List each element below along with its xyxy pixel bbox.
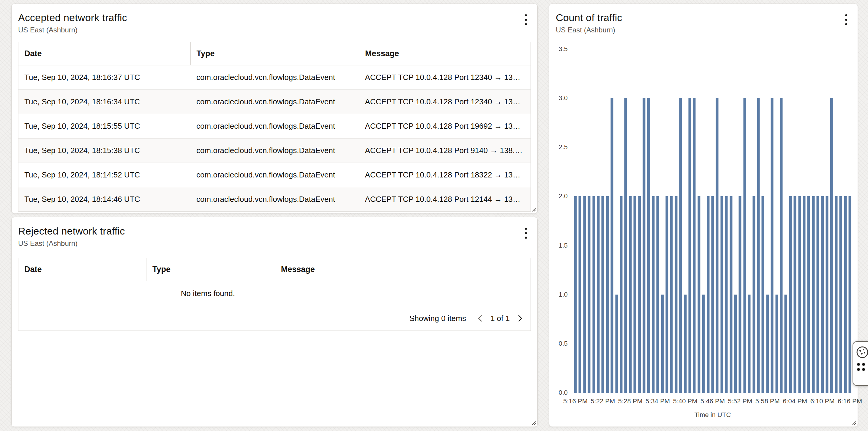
chart-x-axis-title: Time in UTC	[576, 411, 850, 419]
cell-message: ACCEPT TCP 10.0.4.128 Port 12340 → 138.…	[359, 90, 531, 114]
chart-bar	[643, 98, 646, 393]
cell-type: com.oraclecloud.vcn.flowlogs.DataEvent	[190, 65, 359, 90]
kebab-menu-button[interactable]	[519, 225, 533, 241]
page-title: Count of traffic	[556, 11, 622, 24]
cell-date: Tue, Sep 10, 2024, 18:15:55 UTC	[19, 114, 191, 139]
page-title: Rejected network traffic	[18, 225, 125, 237]
chart-bar	[693, 98, 696, 393]
chart-bar	[766, 294, 769, 393]
resize-handle[interactable]	[530, 419, 536, 425]
chart-panel-header: Count of traffic US East (Ashburn)	[549, 4, 858, 38]
table-row[interactable]: Tue, Sep 10, 2024, 18:15:38 UTC com.orac…	[19, 139, 531, 163]
chart-bar	[588, 196, 591, 393]
kebab-menu-button[interactable]	[519, 11, 533, 28]
chart-bar	[579, 196, 581, 393]
region-subtitle: US East (Ashburn)	[18, 239, 125, 248]
chart-bar	[762, 196, 764, 393]
chart-bar	[725, 196, 728, 393]
accepted-panel-header: Accepted network traffic US East (Ashbur…	[11, 4, 537, 38]
table-header-row: Date Type Message	[19, 42, 531, 65]
prev-page-button[interactable]	[474, 312, 487, 325]
table-header-row: Date Type Message	[19, 258, 531, 281]
cell-message: ACCEPT TCP 10.0.4.128 Port 9140 → 138.1…	[359, 139, 531, 163]
column-header-message: Message	[275, 258, 531, 281]
chart-bar	[684, 294, 686, 393]
table-row[interactable]: Tue, Sep 10, 2024, 18:14:52 UTC com.orac…	[19, 163, 531, 187]
chart-bar	[789, 196, 792, 393]
accepted-traffic-widget: Accepted network traffic US East (Ashbur…	[11, 4, 538, 213]
x-tick-label: 5:22 PM	[591, 397, 615, 405]
chart-bar	[816, 196, 819, 393]
chart-bar	[601, 196, 604, 393]
y-tick-label: 2.0	[558, 192, 568, 200]
chart-bar	[665, 196, 668, 393]
chart-panel-titles: Count of traffic US East (Ashburn)	[556, 11, 622, 34]
kebab-menu-button[interactable]	[839, 11, 853, 28]
chart-bar	[661, 294, 663, 393]
chart-bar	[711, 196, 714, 393]
chart-bar	[798, 196, 801, 393]
table-row[interactable]: Tue, Sep 10, 2024, 18:15:55 UTC com.orac…	[19, 114, 531, 139]
cell-date: Tue, Sep 10, 2024, 18:16:34 UTC	[19, 90, 191, 114]
chart-bar	[784, 294, 787, 393]
region-subtitle: US East (Ashburn)	[18, 26, 127, 34]
table-row[interactable]: Tue, Sep 10, 2024, 18:16:37 UTC com.orac…	[19, 65, 531, 90]
kebab-dot-icon	[525, 228, 527, 230]
cell-date: Tue, Sep 10, 2024, 18:15:38 UTC	[19, 139, 191, 163]
chart-bar	[670, 196, 673, 393]
x-tick-label: 6:04 PM	[783, 397, 807, 405]
chart-bar	[652, 196, 654, 393]
chart-bar	[743, 98, 746, 393]
cell-message: ACCEPT TCP 10.0.4.128 Port 12144 → 138.1…	[359, 187, 531, 212]
items-count-label: Showing 0 items	[409, 314, 466, 323]
x-tick-label: 5:16 PM	[563, 397, 588, 405]
resize-handle[interactable]	[530, 205, 536, 212]
chart-bar	[821, 196, 824, 393]
chart-bar	[775, 294, 778, 393]
cookie-preferences-widget[interactable]	[852, 341, 868, 386]
empty-state-row: No items found.	[19, 281, 531, 306]
resize-handle[interactable]	[850, 419, 857, 425]
chart-bar	[812, 196, 814, 393]
chart-bar	[624, 98, 627, 393]
page-indicator: 1 of 1	[491, 314, 510, 323]
column-header-date: Date	[19, 42, 191, 65]
chart-bar	[647, 98, 650, 393]
cell-type: com.oraclecloud.vcn.flowlogs.DataEvent	[190, 114, 359, 139]
cell-date: Tue, Sep 10, 2024, 18:16:37 UTC	[19, 65, 191, 90]
table-row[interactable]: Tue, Sep 10, 2024, 18:16:34 UTC com.orac…	[19, 90, 531, 114]
chart-bar	[826, 196, 829, 393]
chart-bar	[583, 196, 586, 393]
kebab-dot-icon	[525, 232, 527, 234]
x-tick-label: 6:10 PM	[810, 397, 835, 405]
y-tick-label: 3.5	[558, 45, 568, 53]
accepted-traffic-table: Date Type Message Tue, Sep 10, 2024, 18:…	[18, 42, 531, 212]
next-page-button[interactable]	[513, 312, 526, 325]
chart-bar	[849, 196, 851, 393]
chart-bar	[615, 294, 618, 393]
kebab-dot-icon	[845, 19, 847, 21]
chart-bar	[752, 196, 755, 393]
x-tick-label: 6:16 PM	[838, 397, 862, 405]
rejected-panel-header: Rejected network traffic US East (Ashbur…	[11, 217, 537, 251]
chart-bar	[844, 196, 847, 393]
x-tick-label: 5:58 PM	[755, 397, 780, 405]
column-header-type: Type	[147, 258, 275, 281]
rejected-panel-titles: Rejected network traffic US East (Ashbur…	[18, 225, 125, 248]
x-tick-label: 5:28 PM	[618, 397, 643, 405]
cell-type: com.oraclecloud.vcn.flowlogs.DataEvent	[190, 90, 359, 114]
table-footer: Showing 0 items 1 of 1	[19, 306, 531, 331]
pagination: 1 of 1	[474, 312, 526, 325]
cell-message: ACCEPT TCP 10.0.4.128 Port 12340 → 138.…	[359, 65, 531, 90]
table-row[interactable]: Tue, Sep 10, 2024, 18:14:46 UTC com.orac…	[19, 187, 531, 212]
y-tick-label: 3.0	[558, 94, 568, 102]
kebab-dot-icon	[525, 19, 527, 21]
chart-bar	[633, 196, 636, 393]
cell-date: Tue, Sep 10, 2024, 18:14:52 UTC	[19, 163, 191, 187]
drag-handle-icon[interactable]	[857, 363, 865, 371]
y-tick-label: 2.5	[558, 143, 568, 151]
chart-bar	[730, 196, 732, 393]
cell-type: com.oraclecloud.vcn.flowlogs.DataEvent	[190, 163, 359, 187]
cell-message: ACCEPT TCP 10.0.4.128 Port 18322 → 138.1…	[359, 163, 531, 187]
chart-bar	[629, 196, 631, 393]
